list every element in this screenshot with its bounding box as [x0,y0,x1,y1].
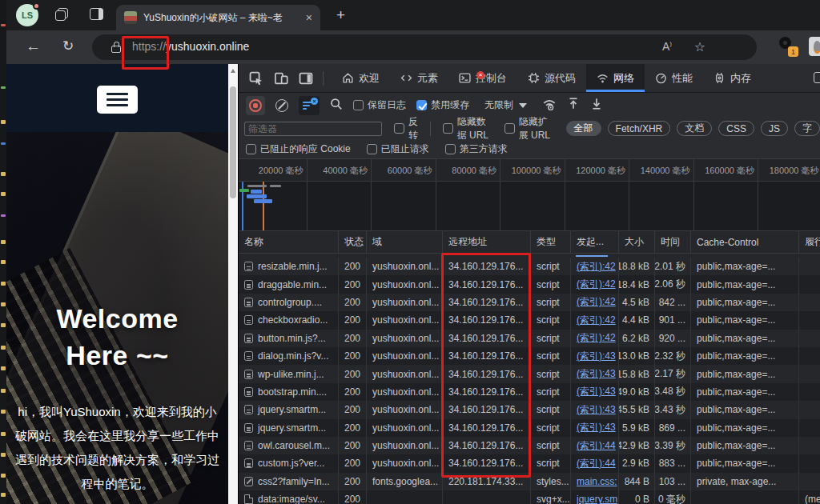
cell-fulfilled [799,437,820,454]
initiator-link[interactable]: (索引):42 [577,278,616,291]
type-filter-pill[interactable]: Fetch/XHR [608,121,671,136]
initiator-link[interactable]: (索引):42 [577,295,616,309]
cell-cache: public,max-age=... [691,365,799,382]
filter-checkbox[interactable]: 已阻止请求 [367,142,429,156]
clear-network-log-icon[interactable] [275,99,288,112]
hide-data-urls-checkbox[interactable]: 隐藏数据 URL [443,115,492,142]
tab-close-icon[interactable]: × [306,11,312,24]
preserve-log-checkbox[interactable]: 保留日志 [353,98,406,112]
devtools-tab-network[interactable]: 网络 [586,64,645,92]
filter-checkbox[interactable]: 第三方请求 [445,142,508,156]
back-icon[interactable]: ← [26,38,41,55]
devtools-tab-home[interactable]: 欢迎 [332,64,390,92]
cell-initiator[interactable]: main.css: [571,473,619,490]
hide-extension-urls-checkbox[interactable]: 隐藏扩展 URL [504,115,554,142]
column-header-size[interactable]: 大小 [619,231,655,253]
devtools-tab-console[interactable]: ×控制台 [448,64,517,92]
import-har-icon[interactable] [567,97,580,114]
column-header-status[interactable]: 状态 [339,231,367,253]
devtools-tab-memory[interactable]: 内存 [703,64,762,92]
cell-time: 103 ... [655,473,691,490]
type-filter-pill[interactable]: JS [761,121,788,136]
initiator-link[interactable]: (索引):43 [577,403,616,417]
filter-input[interactable] [244,122,382,136]
type-filter-pill[interactable]: CSS [718,121,754,136]
filter-toggle-icon[interactable]: × [299,96,320,115]
cell-initiator[interactable]: (索引):42 [571,311,619,329]
inspect-element-icon[interactable] [249,64,263,92]
initiator-link[interactable]: (索引):42 [577,314,616,327]
record-network-log-button[interactable] [246,96,265,115]
application-tab-icon[interactable] [814,72,820,83]
dock-side-icon[interactable] [299,64,313,92]
column-header-time[interactable]: 时间 [655,231,691,253]
home-icon [342,72,354,84]
device-emulation-icon[interactable] [274,64,288,92]
hamburger-menu-button[interactable] [97,86,138,114]
cell-initiator[interactable]: (索引):43 [571,419,619,437]
type-filter-pill[interactable]: 文档 [677,121,712,136]
invert-checkbox[interactable]: 反转 [394,115,418,142]
devtools-tab-sources[interactable]: 源代码 [517,64,586,92]
column-header-name[interactable]: 名称 [239,231,339,253]
cell-initiator[interactable]: (索引):44 [571,437,619,454]
type-filter-pill[interactable]: 全部 [566,121,601,136]
column-header-domain[interactable]: 域 [367,231,443,253]
browser-edge-icon[interactable] [809,37,820,56]
profile-avatar[interactable]: LS [16,4,38,26]
cell-initiator[interactable]: (索引):43 [571,365,619,382]
cell-initiator[interactable]: jquery.sm [571,490,619,504]
cell-initiator[interactable]: (索引):42 [571,294,619,311]
column-header-remote[interactable]: 远程地址 [443,231,531,253]
cell-initiator[interactable]: (索引):43 [571,383,619,401]
devtools-tab-performance[interactable]: 性能 [645,64,703,92]
table-row[interactable]: data:image/sv...200svg+x...jquery.sm0 B0… [239,490,820,504]
initiator-link[interactable]: (索引):44 [577,457,616,470]
cell-status: 200 [339,347,367,365]
workspaces-icon[interactable] [54,7,70,23]
lock-icon[interactable] [111,42,121,53]
cell-type: styles... [531,473,571,490]
initiator-link[interactable]: (索引):42 [577,260,616,274]
devtools-tab-elements[interactable]: 元素 [390,64,448,92]
column-header-initiator[interactable]: 发起... [571,231,619,253]
initiator-link[interactable]: jquery.sm [577,494,617,504]
new-tab-button[interactable]: + [336,6,345,24]
column-header-type[interactable]: 类型 [531,231,571,253]
cell-initiator[interactable]: (索引):44 [571,454,619,472]
page-scrollbar[interactable] [228,64,238,504]
initiator-link[interactable]: (索引):43 [577,385,616,398]
network-conditions-icon[interactable] [542,98,557,114]
timeline-ruler[interactable]: 20000 毫秒40000 毫秒60000 毫秒80000 毫秒100000 毫… [239,159,820,182]
favorite-star-icon[interactable]: ☆ [694,39,705,54]
cell-initiator[interactable]: (索引):43 [571,401,619,418]
export-har-icon[interactable] [590,97,603,114]
scrollbar-thumb[interactable] [230,86,236,198]
extension-icon[interactable]: 1 [778,36,798,57]
cell-initiator[interactable]: (索引):42 [571,258,619,275]
sidebar-toggle-icon[interactable] [89,7,105,23]
filter-checkbox[interactable]: 已阻止的响应 Cookie [246,142,351,156]
cell-initiator[interactable]: (索引):42 [571,330,619,347]
browser-tab[interactable]: YuShuoxin的小破网站 – 来啦~老 × [116,5,320,30]
initiator-link[interactable]: (索引):43 [577,367,616,381]
initiator-link[interactable]: (索引):43 [577,350,616,363]
initiator-link[interactable]: main.css: [577,476,617,487]
read-aloud-icon[interactable]: A) [662,40,672,53]
initiator-link[interactable]: (索引):44 [577,439,616,453]
column-header-cache[interactable]: Cache-Control [691,231,799,253]
type-filter-pill[interactable]: 字 [794,121,820,136]
cell-domain: yushuoxin.onl... [367,419,443,437]
waterfall-overview[interactable] [239,182,820,231]
scrollbar-up-icon[interactable] [231,69,235,73]
search-icon[interactable] [330,98,343,114]
disable-cache-checkbox[interactable]: 禁用缓存 [416,98,469,112]
address-bar[interactable]: https://yushuoxin.online A) ☆ [92,34,757,60]
initiator-link[interactable]: (索引):42 [577,331,616,345]
initiator-link[interactable]: (索引):43 [577,421,616,434]
cell-initiator[interactable]: (索引):42 [571,275,619,293]
cell-initiator[interactable]: (索引):43 [571,347,619,365]
column-header-fulfilled[interactable]: 履行... [799,231,820,253]
throttling-dropdown[interactable]: 无限制 [484,98,527,112]
reload-icon[interactable]: ↻ [62,38,74,54]
